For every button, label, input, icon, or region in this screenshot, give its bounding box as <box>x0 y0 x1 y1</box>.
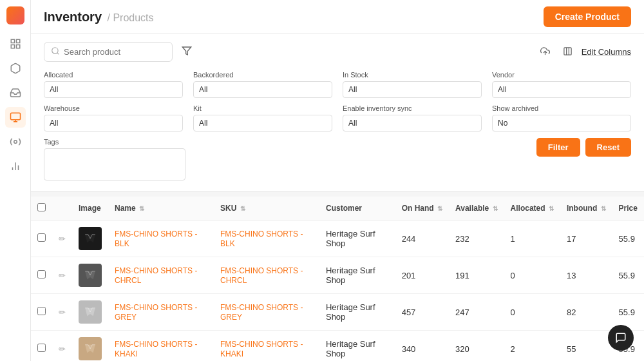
products-table: Image Name ⇅ SKU ⇅ Customer On Hand ⇅ Av… <box>31 197 644 361</box>
row-sku-cell: FMS-CHINO SHORTS - KHAKI <box>214 331 319 362</box>
row-allocated-cell: 1 <box>504 220 560 257</box>
row-on-hand-cell: 201 <box>395 257 449 294</box>
filter-vendor: Vendor All <box>492 71 631 98</box>
row-image-cell <box>72 257 108 294</box>
filter-grid-row1: Allocated All Backordered All In Stock A… <box>44 71 631 98</box>
svg-rect-3 <box>16 45 19 48</box>
in-stock-select[interactable]: All <box>343 81 482 98</box>
available-sort-icon[interactable]: ⇅ <box>493 205 498 212</box>
search-row: Edit Columns <box>44 42 631 62</box>
row-available-cell: 191 <box>449 257 504 294</box>
name-sort-icon[interactable]: ⇅ <box>139 205 144 212</box>
row-checkbox[interactable] <box>37 344 46 352</box>
create-product-button[interactable]: Create Product <box>544 6 631 27</box>
sidebar-icon-inventory[interactable] <box>5 107 26 128</box>
row-edit-icon[interactable]: ✏ <box>59 234 66 244</box>
row-checkbox-cell <box>31 294 52 331</box>
row-on-hand-cell: 457 <box>395 294 449 331</box>
enable-inventory-sync-select[interactable]: All <box>343 115 482 132</box>
svg-marker-11 <box>182 47 191 55</box>
filter-warehouse: Warehouse All <box>44 104 183 132</box>
product-sku-link[interactable]: FMS-CHINO SHORTS - BLK <box>220 229 303 248</box>
page-title: Inventory / Products <box>44 10 154 24</box>
select-all-checkbox[interactable] <box>37 203 46 211</box>
product-name-link[interactable]: FMS-CHINO SHORTS - KHAKI <box>115 340 197 358</box>
header-customer: Customer <box>319 197 395 220</box>
search-box[interactable] <box>44 42 173 62</box>
upload-icon-button[interactable] <box>536 44 554 61</box>
kit-select[interactable]: All <box>193 115 332 132</box>
tags-row: Tags Filter Reset <box>44 138 631 183</box>
product-name-link[interactable]: FMS-CHINO SHORTS - CHRCL <box>115 266 197 285</box>
product-name-link[interactable]: FMS-CHINO SHORTS - GREY <box>115 303 197 322</box>
header-inbound: Inbound ⇅ <box>560 197 612 220</box>
row-sku-cell: FMS-CHINO SHORTS - CHRCL <box>214 257 319 294</box>
sidebar-icon-chart[interactable] <box>5 156 26 177</box>
tags-input[interactable] <box>44 148 185 180</box>
row-checkbox-cell <box>31 331 52 362</box>
row-checkbox[interactable] <box>37 233 46 242</box>
filter-icon-button[interactable] <box>179 43 194 61</box>
header-image: Image <box>72 197 108 220</box>
row-price-cell: 55.9 <box>612 257 644 294</box>
sidebar-icon-box[interactable] <box>5 58 26 79</box>
reset-button[interactable]: Reset <box>585 138 631 157</box>
filter-allocated: Allocated All <box>44 71 183 98</box>
header-select-all <box>31 197 52 220</box>
edit-columns-label[interactable]: Edit Columns <box>582 47 631 57</box>
row-checkbox[interactable] <box>37 270 46 278</box>
row-edit-icon[interactable]: ✏ <box>59 344 66 354</box>
svg-rect-1 <box>16 39 19 43</box>
table-header-row: Image Name ⇅ SKU ⇅ Customer On Hand ⇅ Av… <box>31 197 644 220</box>
row-checkbox-cell <box>31 257 52 294</box>
product-sku-link[interactable]: FMS-CHINO SHORTS - CHRCL <box>220 266 303 285</box>
columns-icon-button[interactable] <box>559 44 576 61</box>
on-hand-sort-icon[interactable]: ⇅ <box>437 205 442 212</box>
warehouse-select[interactable]: All <box>44 115 183 132</box>
sidebar-icon-grid[interactable] <box>5 34 26 54</box>
row-inbound-cell: 17 <box>560 220 612 257</box>
sku-sort-icon[interactable]: ⇅ <box>240 205 245 212</box>
allocated-select[interactable]: All <box>44 81 183 98</box>
product-sku-link[interactable]: FMS-CHINO SHORTS - KHAKI <box>220 340 303 358</box>
products-table-container: Image Name ⇅ SKU ⇅ Customer On Hand ⇅ Av… <box>31 197 644 361</box>
row-inbound-cell: 55 <box>560 331 612 362</box>
row-edit-icon[interactable]: ✏ <box>59 271 66 280</box>
svg-rect-0 <box>11 39 14 43</box>
product-sku-link[interactable]: FMS-CHINO SHORTS - GREY <box>220 303 303 322</box>
svg-rect-13 <box>564 47 571 54</box>
row-edit-icon[interactable]: ✏ <box>59 307 66 317</box>
product-name-link[interactable]: FMS-CHINO SHORTS - BLK <box>115 229 197 248</box>
row-name-cell: FMS-CHINO SHORTS - BLK <box>108 220 214 257</box>
row-checkbox[interactable] <box>37 307 46 315</box>
search-input[interactable] <box>64 47 166 57</box>
product-image <box>79 337 102 360</box>
svg-point-9 <box>52 48 58 54</box>
sidebar-icon-inbox[interactable] <box>5 83 26 103</box>
sidebar-icon-tools[interactable] <box>5 132 26 152</box>
allocated-sort-icon[interactable]: ⇅ <box>549 205 554 212</box>
row-inbound-cell: 13 <box>560 257 612 294</box>
sidebar-logo <box>6 6 24 24</box>
main-content: Inventory / Products Create Product <box>31 0 644 361</box>
row-customer-cell: Heritage Surf Shop <box>319 257 395 294</box>
table-body: ✏ FMS-CHINO SHORTS - BLK FMS-CHINO SHORT… <box>31 220 644 362</box>
filter-button[interactable]: Filter <box>536 138 580 157</box>
inbound-sort-icon[interactable]: ⇅ <box>601 205 606 212</box>
page-header: Inventory / Products Create Product <box>31 0 644 34</box>
row-available-cell: 247 <box>449 294 504 331</box>
product-image <box>79 264 102 287</box>
row-allocated-cell: 0 <box>504 294 560 331</box>
row-available-cell: 320 <box>449 331 504 362</box>
backordered-select[interactable]: All <box>193 81 332 98</box>
row-name-cell: FMS-CHINO SHORTS - GREY <box>108 294 214 331</box>
row-image-cell <box>72 294 108 331</box>
row-name-cell: FMS-CHINO SHORTS - KHAKI <box>108 331 214 362</box>
row-customer-cell: Heritage Surf Shop <box>319 331 395 362</box>
table-row: ✏ FMS-CHINO SHORTS - GREY FMS-CHINO SHOR… <box>31 294 644 331</box>
header-edit <box>52 197 72 220</box>
chat-bubble[interactable] <box>608 325 634 351</box>
vendor-select[interactable]: All <box>492 81 631 98</box>
show-archived-select[interactable]: No <box>492 115 631 132</box>
svg-rect-2 <box>11 45 14 48</box>
